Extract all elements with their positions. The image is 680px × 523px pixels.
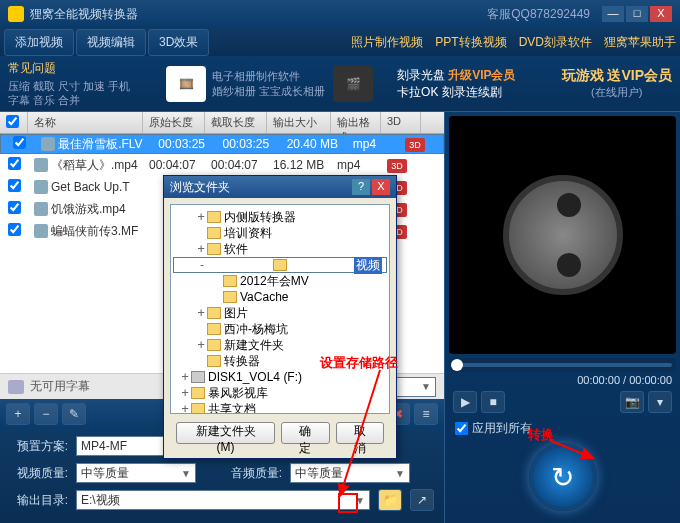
faq-links[interactable]: 压缩 截取 尺寸 加速 手机 字幕 音乐 合并 [8, 79, 158, 107]
expand-icon[interactable] [211, 290, 223, 304]
subtitle-select[interactable]: ▼ [396, 377, 436, 397]
dialog-title: 浏览文件夹 [170, 179, 230, 196]
video-quality-select[interactable]: 中等质量▼ [76, 463, 196, 483]
file-row[interactable]: 最佳滑雪板.FLV00:03:2500:03:2520.40 MBmp43D [0, 134, 444, 154]
preview-menu-button[interactable]: ▾ [648, 391, 672, 413]
burn-disc[interactable]: 刻录光盘 [397, 68, 445, 82]
expand-icon[interactable]: + [195, 242, 207, 256]
expand-icon[interactable] [195, 322, 207, 336]
select-all-checkbox[interactable] [6, 115, 19, 128]
support-qq: 客服QQ878292449 [487, 6, 590, 23]
row-checkbox[interactable] [8, 201, 21, 214]
tree-label: 暴风影视库 [208, 385, 268, 402]
3d-badge[interactable]: 3D [387, 159, 407, 173]
link-apple-helper[interactable]: 狸窝苹果助手 [604, 34, 676, 51]
expand-icon[interactable]: + [179, 370, 191, 384]
expand-icon[interactable]: + [179, 386, 191, 400]
tree-node[interactable]: +内侧版转换器 [173, 209, 387, 225]
tree-label: 视频 [354, 257, 382, 274]
stop-button[interactable]: ■ [481, 391, 505, 413]
file-icon [34, 158, 48, 172]
audio-quality-select[interactable]: 中等质量▼ [290, 463, 410, 483]
convert-button[interactable]: ↻ [529, 443, 597, 511]
tab-add-video[interactable]: 添加视频 [4, 29, 74, 56]
tree-node[interactable]: 西冲-杨梅坑 [173, 321, 387, 337]
list-button[interactable]: ≡ [414, 403, 438, 425]
cancel-button[interactable]: 取消 [336, 422, 384, 444]
upgrade-vip[interactable]: 升级VIP会员 [448, 68, 515, 82]
file-icon [34, 180, 48, 194]
tree-node[interactable]: VaCache [173, 289, 387, 305]
tree-label: 软件 [224, 241, 248, 258]
tree-node[interactable]: 培训资料 [173, 225, 387, 241]
tree-node[interactable]: +DISK1_VOL4 (F:) [173, 369, 387, 385]
tree-node[interactable]: +软件 [173, 241, 387, 257]
play-button[interactable]: ▶ [453, 391, 477, 413]
tree-label: 图片 [224, 305, 248, 322]
tab-video-edit[interactable]: 视频编辑 [76, 29, 146, 56]
browse-folder-button[interactable]: 📁 [378, 489, 402, 511]
tree-label: VaCache [240, 290, 288, 304]
apply-all-checkbox[interactable] [455, 422, 468, 435]
edit-button[interactable]: ✎ [62, 403, 86, 425]
add-button[interactable]: + [6, 403, 30, 425]
expand-icon[interactable] [211, 274, 223, 288]
file-row[interactable]: 《稻草人》.mp400:04:0700:04:0716.12 MBmp43D [0, 154, 444, 176]
link-dvd-burn[interactable]: DVD刻录软件 [519, 34, 592, 51]
row-checkbox[interactable] [8, 179, 21, 192]
tab-3d-effect[interactable]: 3D效果 [148, 29, 209, 56]
expand-icon[interactable]: + [179, 402, 191, 414]
file-icon [34, 202, 48, 216]
maximize-button[interactable]: □ [626, 6, 648, 22]
open-folder-button[interactable]: ↗ [410, 489, 434, 511]
expand-icon[interactable]: + [195, 210, 207, 224]
new-folder-button[interactable]: 新建文件夹(M) [176, 422, 275, 444]
tree-node[interactable]: +暴风影视库 [173, 385, 387, 401]
tree-node[interactable]: +共享文档 [173, 401, 387, 414]
expand-icon[interactable] [195, 354, 207, 368]
col-clip-length[interactable]: 截取长度 [205, 112, 267, 133]
folder-icon [223, 275, 237, 287]
col-name[interactable]: 名称 [28, 112, 143, 133]
tree-node[interactable]: +图片 [173, 305, 387, 321]
expand-icon[interactable] [195, 226, 207, 240]
ok-button[interactable]: 确定 [281, 422, 329, 444]
play-game-vip[interactable]: 玩游戏 送VIP会员 [562, 67, 672, 85]
row-checkbox[interactable] [13, 136, 26, 149]
expand-icon[interactable]: - [196, 258, 208, 272]
faq-title[interactable]: 常见问题 [8, 60, 158, 77]
row-checkbox[interactable] [8, 223, 21, 236]
folder-icon [207, 243, 221, 255]
close-button[interactable]: X [650, 6, 672, 22]
minimize-button[interactable]: — [602, 6, 624, 22]
col-output-format[interactable]: 输出格式 [331, 112, 381, 133]
dialog-help-button[interactable]: ? [352, 179, 370, 195]
snapshot-button[interactable]: 📷 [620, 391, 644, 413]
3d-badge[interactable]: 3D [405, 138, 425, 152]
row-checkbox[interactable] [8, 157, 21, 170]
tree-node[interactable]: 转换器 [173, 353, 387, 369]
folder-icon [207, 211, 221, 223]
remove-button[interactable]: − [34, 403, 58, 425]
album-promo[interactable]: 电子相册制作软件 婚纱相册 宝宝成长相册 [212, 69, 325, 99]
karaoke[interactable]: 卡拉OK 刻录连续剧 [397, 85, 502, 99]
col-3d[interactable]: 3D [381, 112, 421, 133]
link-ppt-video[interactable]: PPT转换视频 [435, 34, 506, 51]
dialog-close-button[interactable]: X [372, 179, 390, 195]
folder-icon [207, 339, 221, 351]
preview-slider[interactable] [449, 358, 676, 372]
audio-quality-label: 音频质量: [224, 465, 282, 482]
expand-icon[interactable]: + [195, 338, 207, 352]
tree-node[interactable]: +新建文件夹 [173, 337, 387, 353]
expand-icon[interactable]: + [195, 306, 207, 320]
folder-icon [223, 291, 237, 303]
tree-node[interactable]: 2012年会MV [173, 273, 387, 289]
output-dir-select[interactable]: E:\视频▼ [76, 490, 370, 510]
file-icon [34, 224, 48, 238]
tree-node[interactable]: -视频 [173, 257, 387, 273]
folder-tree[interactable]: +内侧版转换器 培训资料+软件-视频 2012年会MV VaCache+图片 西… [170, 204, 390, 414]
link-photo-video[interactable]: 照片制作视频 [351, 34, 423, 51]
col-output-size[interactable]: 输出大小 [267, 112, 331, 133]
col-orig-length[interactable]: 原始长度 [143, 112, 205, 133]
preview-panel [449, 116, 676, 354]
